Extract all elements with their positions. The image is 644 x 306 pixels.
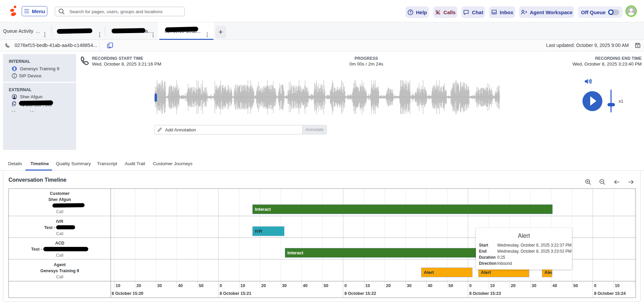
svg-text:?: ?: [409, 10, 411, 14]
